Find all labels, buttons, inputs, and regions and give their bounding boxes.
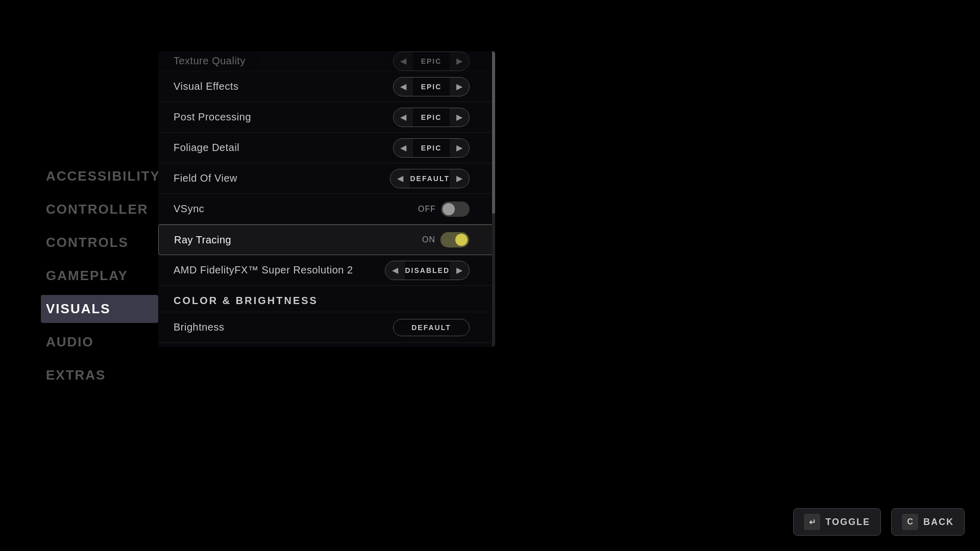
back-hint-button[interactable]: C BACK [891,508,965,536]
texture-quality-next[interactable]: ▶ [450,52,469,71]
amd-fsr-label: AMD FidelityFX™ Super Resolution 2 [174,264,353,276]
settings-list: Texture Quality ◀ EPIC ▶ Visual Effects … [158,51,495,347]
sidebar-item-gameplay[interactable]: GAMEPLAY [46,262,158,290]
field-of-view-row: Field Of View ◀ DEFAULT ▶ [158,163,495,194]
vsync-toggle-label: OFF [418,205,436,214]
ray-tracing-toggle-control: ON [422,232,469,247]
scrollbar-track [492,51,495,347]
sidebar-item-controller[interactable]: CONTROLLER [46,195,158,223]
sidebar-item-visuals[interactable]: VISUALS [41,295,158,323]
sidebar: ACCESSIBILITY CONTROLLER CONTROLS GAMEPL… [0,0,158,551]
sidebar-item-accessibility[interactable]: ACCESSIBILITY [46,162,158,190]
amd-fsr-prev[interactable]: ◀ [385,261,405,280]
foliage-detail-prev[interactable]: ◀ [394,138,413,158]
foliage-detail-value: EPIC [413,144,450,152]
texture-quality-selector[interactable]: ◀ EPIC ▶ [393,52,470,71]
field-of-view-value: DEFAULT [410,174,450,183]
sidebar-item-audio[interactable]: AUDIO [46,328,158,356]
texture-quality-prev[interactable]: ◀ [394,52,413,71]
back-hint-label: BACK [923,517,954,528]
texture-quality-value: EPIC [413,57,450,65]
ray-tracing-row: Ray Tracing ON [158,224,495,255]
vsync-toggle[interactable] [441,202,470,217]
ray-tracing-label: Ray Tracing [174,234,231,246]
ray-tracing-toggle-label: ON [422,235,435,244]
sidebar-item-extras[interactable]: EXTRAS [46,361,158,389]
toggle-hint-icon: ↵ [804,514,820,530]
foliage-detail-selector[interactable]: ◀ EPIC ▶ [393,138,470,158]
brightness-label: Brightness [174,321,225,333]
amd-fsr-selector[interactable]: ◀ DISABLED ▶ [385,261,470,280]
toggle-hint-label: TOGGLE [825,517,870,528]
sidebar-item-controls[interactable]: CONTROLS [46,229,158,257]
amd-fsr-next[interactable]: ▶ [450,261,469,280]
foliage-detail-label: Foliage Detail [174,142,239,154]
post-processing-selector[interactable]: ◀ EPIC ▶ [393,108,470,127]
foliage-detail-next[interactable]: ▶ [450,138,469,158]
field-of-view-label: Field Of View [174,172,237,184]
effects-header: EFFECTS [158,343,495,347]
scrollbar-thumb[interactable] [492,51,495,214]
field-of-view-next[interactable]: ▶ [450,169,469,188]
visual-effects-label: Visual Effects [174,81,238,92]
hint-bar: ↵ TOGGLE C BACK [793,508,965,536]
vsync-toggle-control: OFF [418,202,470,217]
toggle-hint-button[interactable]: ↵ TOGGLE [793,508,881,536]
back-hint-icon: C [902,514,918,530]
post-processing-label: Post Processing [174,111,251,123]
brightness-default-button[interactable]: DEFAULT [393,319,470,336]
visual-effects-value: EPIC [413,83,450,91]
texture-quality-label: Texture Quality [174,55,246,67]
foliage-detail-row: Foliage Detail ◀ EPIC ▶ [158,133,495,163]
vsync-row: VSync OFF [158,194,495,224]
visual-effects-next[interactable]: ▶ [450,77,469,96]
partial-top-row: Texture Quality ◀ EPIC ▶ [158,51,495,71]
amd-fsr-row: AMD FidelityFX™ Super Resolution 2 ◀ DIS… [158,255,495,286]
visual-effects-prev[interactable]: ◀ [394,77,413,96]
post-processing-prev[interactable]: ◀ [394,108,413,127]
amd-fsr-value: DISABLED [405,266,450,274]
field-of-view-selector[interactable]: ◀ DEFAULT ▶ [390,169,470,188]
visual-effects-selector[interactable]: ◀ EPIC ▶ [393,77,470,96]
visual-effects-row: Visual Effects ◀ EPIC ▶ [158,71,495,102]
vsync-label: VSync [174,203,204,215]
ray-tracing-toggle[interactable] [440,232,469,247]
post-processing-value: EPIC [413,113,450,121]
ray-tracing-toggle-knob [455,234,468,246]
brightness-row: Brightness DEFAULT [158,312,495,343]
vsync-toggle-knob [443,203,455,215]
post-processing-row: Post Processing ◀ EPIC ▶ [158,102,495,133]
settings-panel: Texture Quality ◀ EPIC ▶ Visual Effects … [158,51,495,347]
post-processing-next[interactable]: ▶ [450,108,469,127]
field-of-view-prev[interactable]: ◀ [390,169,410,188]
color-brightness-header: COLOR & BRIGHTNESS [158,286,495,312]
